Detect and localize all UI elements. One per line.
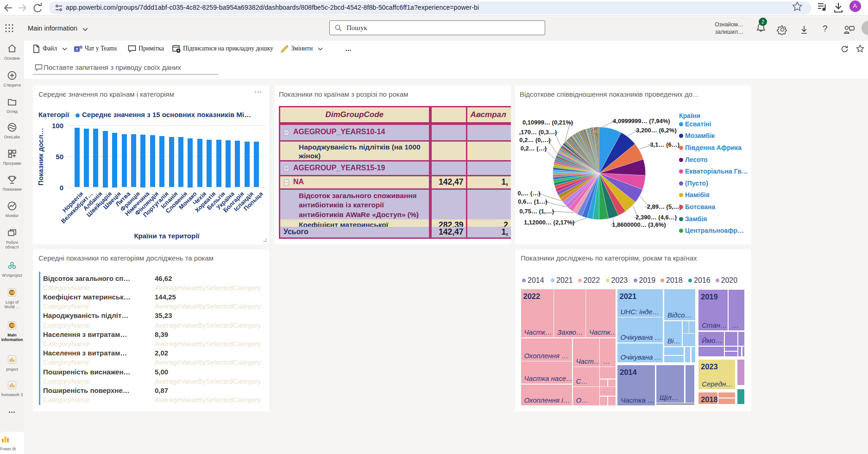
- svg-text:T: T: [75, 47, 78, 52]
